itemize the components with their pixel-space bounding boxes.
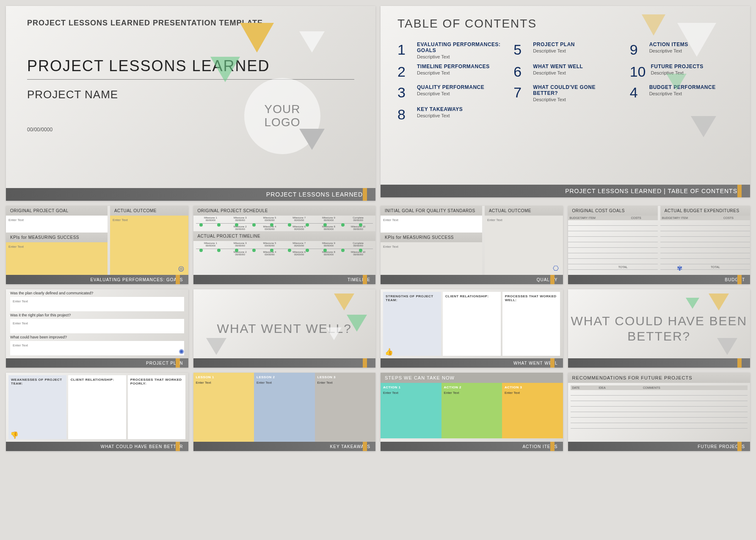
- toc-item: 5PROJECT PLANDescriptive Text: [513, 42, 617, 59]
- title-rule: [27, 79, 354, 80]
- target-icon: ◎: [178, 264, 184, 272]
- cost-goals-table: BUDGETARY ITEMCOSTSTOTAL: [568, 216, 658, 270]
- slide-footer: FUTURE PROJECTS: [568, 442, 750, 451]
- recommendations-table: DATEIDEACOMMENTS: [571, 385, 748, 429]
- slide-grid: PROJECT LESSONS LEARNED PRESENTATION TEM…: [0, 0, 756, 457]
- slide-title: PROJECT LESSONS LEARNED PRESENTATION TEM…: [6, 6, 375, 201]
- slide-footer: KEY TAKEAWAYS: [193, 442, 376, 451]
- thumbs-down-icon: 👎: [10, 431, 19, 439]
- slide-future: RECOMMENDATIONS FOR FUTURE PROJECTS DATE…: [568, 373, 750, 451]
- actual-budget-table: BUDGETARY ITEMCOSTSTOTAL: [660, 216, 750, 270]
- slide-quality: INITIAL GOAL FOR QUALITY STANDARDS Enter…: [381, 206, 563, 284]
- slide-footer: EVALUATING PERFORMANCES: GOALS: [6, 275, 188, 284]
- slide-footer: QUALITY: [381, 275, 563, 284]
- main-title: PROJECT LESSONS LEARNED: [27, 57, 354, 75]
- slide-footer: TIMELINE: [193, 275, 376, 284]
- slide-footer: PROJECT LESSONS LEARNED: [6, 188, 375, 201]
- slide-project-plan: Was the plan clearly defined and communi…: [6, 289, 188, 368]
- slide-footer: [568, 358, 750, 368]
- slide-footer: BUDGET: [568, 275, 750, 284]
- toc-item: 1EVALUATING PERFORMANCES: GOALSDescripti…: [397, 42, 501, 59]
- toc-item: 7WHAT COULD'VE GONE BETTER?Descriptive T…: [513, 84, 617, 102]
- toc-item: 2TIMELINE PERFORMANCESDescriptive Text: [397, 64, 501, 80]
- toc-item: 6WHAT WENT WELLDescriptive Text: [513, 64, 617, 80]
- template-header: PROJECT LESSONS LEARNED PRESENTATION TEM…: [27, 19, 354, 28]
- sprout-icon: ✾: [677, 264, 682, 272]
- lightbulb-icon: ✺: [179, 348, 184, 356]
- slide-goals: ORIGINAL PROJECT GOAL Enter Text KPIs fo…: [6, 206, 188, 284]
- thumbs-up-icon: 👍: [385, 348, 393, 356]
- toc-item: 8KEY TAKEAWAYSDescriptive Text: [397, 106, 501, 123]
- slide-toc: TABLE OF CONTENTS 1EVALUATING PERFORMANC…: [381, 6, 750, 197]
- slide-timeline: ORIGINAL PROJECT SCHEDULE Milestone 1Mil…: [193, 206, 376, 284]
- balloon-icon: ⎔: [553, 264, 559, 272]
- slide-footer: WHAT COULD HAVE BEEN BETTER: [6, 442, 188, 451]
- slide-footer: [193, 358, 376, 368]
- slide-budget: ORIGINAL COST GOALS BUDGETARY ITEMCOSTST…: [568, 206, 750, 284]
- slide-section-well: WHAT WENT WELL?: [193, 289, 376, 368]
- slide-footer: PROJECT LESSONS LEARNED | TABLE OF CONTE…: [381, 185, 750, 197]
- slide-footer: PROJECT PLAN: [6, 358, 188, 368]
- slide-weaknesses: WEAKNESSES OF PROJECT TEAM: CLIENT RELAT…: [6, 373, 188, 451]
- slide-footer: ACTION ITEMS: [381, 442, 563, 451]
- slide-strengths: STRENGTHS OF PROJECT TEAM: CLIENT RELATI…: [381, 289, 563, 368]
- slide-lessons: LESSON 1Enter Text LESSON 2Enter Text LE…: [193, 373, 376, 451]
- slide-action-items: STEPS WE CAN TAKE NOW ACTION 1Enter Text…: [381, 373, 563, 451]
- slide-footer: WHAT WENT WELL: [381, 358, 563, 368]
- toc-item: 3QUALITY PERFORMANCEDescriptive Text: [397, 84, 501, 102]
- slide-section-better: WHAT COULD HAVE BEEN BETTER?: [568, 289, 750, 368]
